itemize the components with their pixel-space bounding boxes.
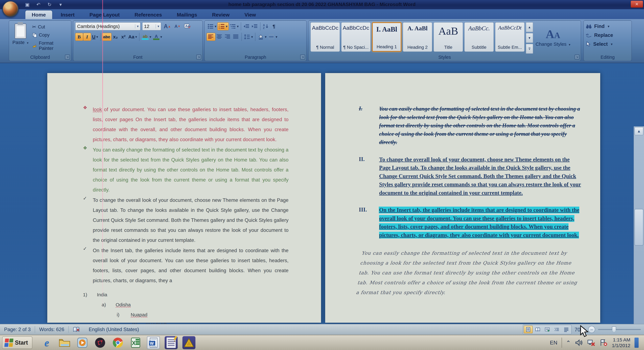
- change-styles-button[interactable]: AA Change Styles ▾: [533, 22, 573, 54]
- document-page-3[interactable]: I. You can easily change the formatting …: [325, 73, 600, 323]
- excel-icon[interactable]: X: [129, 336, 142, 349]
- font-size-combo[interactable]: 12 ▾: [142, 22, 161, 31]
- style-heading2[interactable]: A. AaBl Heading 2: [403, 22, 432, 52]
- style-no-spacing[interactable]: AaBbCcDc ¶ No Spaci...: [341, 22, 371, 52]
- vertical-scrollbar[interactable]: ▲ ▼: [634, 126, 644, 350]
- print-layout-view-button[interactable]: [524, 326, 533, 333]
- font-name-combo[interactable]: Cambria (Headings) ▾: [75, 22, 140, 31]
- font-size-value: 12: [144, 24, 156, 29]
- section-one: I. You can easily change the formatting …: [359, 105, 581, 146]
- tab-mailings[interactable]: Mailings: [170, 11, 204, 19]
- tab-references[interactable]: References: [128, 11, 168, 19]
- bullets-button[interactable]: ▾: [206, 22, 217, 30]
- kmplayer-icon[interactable]: [94, 336, 106, 349]
- warning-app-icon[interactable]: [182, 336, 196, 349]
- tab-review[interactable]: Review: [206, 11, 236, 19]
- outline-view-button[interactable]: [552, 326, 561, 333]
- styles-gallery-expand[interactable]: ⊽: [526, 44, 533, 54]
- zoom-slider[interactable]: [598, 329, 641, 330]
- zoom-slider-thumb[interactable]: [612, 326, 616, 332]
- language-indicator[interactable]: English (United States): [84, 324, 143, 335]
- replace-button[interactable]: ab Replace: [586, 32, 630, 38]
- start-button[interactable]: Start: [2, 336, 32, 349]
- media-player-icon[interactable]: [76, 336, 89, 349]
- text-highlight-button[interactable]: ab ▾: [141, 33, 152, 41]
- clipboard-dialog-launcher[interactable]: ⇲: [65, 55, 70, 59]
- draft-view-button[interactable]: [562, 326, 571, 333]
- full-screen-reading-view-button[interactable]: [533, 326, 542, 333]
- paragraph-dialog-launcher[interactable]: ⇲: [300, 55, 305, 59]
- page-indicator[interactable]: Page: 2 of 3: [0, 324, 35, 335]
- copy-icon: [32, 33, 37, 38]
- scrollbar-thumb[interactable]: [634, 209, 643, 246]
- multilevel-list-button[interactable]: ▾: [229, 22, 240, 30]
- strikethrough-button[interactable]: abc: [102, 33, 112, 41]
- styles-dialog-launcher[interactable]: ⇲: [575, 55, 580, 59]
- undo-button[interactable]: ↶: [35, 1, 42, 8]
- subscript-button[interactable]: x₂: [112, 33, 120, 41]
- align-right-button[interactable]: [224, 33, 232, 41]
- file-explorer-icon[interactable]: [58, 336, 71, 349]
- redo-button[interactable]: ↻: [46, 1, 53, 8]
- style-normal[interactable]: AaBbCcDc ¶ Normal: [310, 22, 340, 52]
- sort-icon: AZ: [263, 24, 269, 29]
- decrease-indent-button[interactable]: [242, 22, 250, 30]
- change-case-button[interactable]: Aa▾: [127, 33, 138, 41]
- save-button[interactable]: ▣: [24, 1, 31, 8]
- align-left-button[interactable]: [206, 33, 216, 41]
- font-color-button[interactable]: A ▾: [152, 33, 163, 41]
- word-count[interactable]: Words: 626: [35, 324, 68, 335]
- show-desktop-button[interactable]: [634, 338, 638, 348]
- network-disconnected-icon[interactable]: [587, 339, 595, 346]
- select-button[interactable]: Select ▾: [586, 41, 630, 47]
- copy-button[interactable]: Copy: [32, 32, 69, 38]
- styles-scroll-down[interactable]: ▼: [526, 33, 533, 43]
- action-center-flag-icon[interactable]: [600, 339, 608, 346]
- tray-expand-chevron[interactable]: ⌃: [566, 339, 571, 346]
- sort-button[interactable]: AZ: [262, 22, 270, 30]
- qat-more-button[interactable]: ▾: [57, 1, 64, 8]
- paste-button[interactable]: Paste ▾: [11, 22, 30, 52]
- internet-explorer-icon[interactable]: e: [40, 336, 53, 349]
- tab-page-layout[interactable]: Page Layout: [83, 11, 126, 19]
- bold-button[interactable]: B: [75, 33, 83, 41]
- chrome-icon[interactable]: [111, 336, 124, 349]
- proofing-status[interactable]: [69, 324, 84, 335]
- close-button[interactable]: ✕: [631, 1, 643, 8]
- line-spacing-button[interactable]: ▾: [243, 33, 254, 41]
- tab-home[interactable]: Home: [26, 11, 52, 19]
- clear-formatting-button[interactable]: Aa: [183, 22, 192, 30]
- borders-button[interactable]: ▾: [268, 33, 278, 41]
- shading-button[interactable]: ▾: [257, 33, 268, 41]
- justify-button[interactable]: [232, 33, 240, 41]
- italic-button[interactable]: I: [83, 33, 91, 41]
- tab-insert[interactable]: Insert: [54, 11, 81, 19]
- cut-button[interactable]: ✂ Cut: [32, 24, 69, 30]
- underline-button[interactable]: U▾: [91, 33, 99, 41]
- style-title[interactable]: AaB Title: [434, 22, 463, 52]
- styles-scroll-up[interactable]: ▲: [526, 22, 533, 32]
- web-layout-view-button[interactable]: [543, 326, 552, 333]
- style-heading1[interactable]: I. AaBl Heading 1: [372, 22, 402, 52]
- show-hide-formatting-button[interactable]: ¶: [270, 22, 278, 30]
- language-bar[interactable]: EN: [550, 339, 557, 346]
- shrink-font-button[interactable]: A▼: [174, 22, 182, 30]
- notes-app-icon[interactable]: [165, 336, 178, 349]
- align-center-button[interactable]: [216, 33, 224, 41]
- find-button[interactable]: Find ▾: [586, 24, 630, 29]
- increase-indent-button[interactable]: [250, 22, 259, 30]
- office-button[interactable]: [2, 1, 19, 17]
- format-painter-button[interactable]: Format Painter: [32, 41, 69, 51]
- numbering-button[interactable]: 123 ▾: [217, 22, 229, 30]
- superscript-button[interactable]: x²: [120, 33, 127, 41]
- clock[interactable]: 1:15 AM 1/1/2012: [612, 337, 630, 348]
- volume-icon[interactable]: [575, 339, 583, 346]
- document-page-2[interactable]: ❖ look of your document. You can use the…: [47, 73, 321, 323]
- grow-font-button[interactable]: A▲: [163, 22, 172, 30]
- tab-view[interactable]: View: [238, 11, 262, 19]
- scroll-up-button[interactable]: ▲: [634, 127, 643, 135]
- style-subtle-emphasis[interactable]: AaBbCcDt Subtle Em...: [495, 22, 524, 52]
- word-taskbar-button[interactable]: W: [147, 336, 160, 349]
- font-dialog-launcher[interactable]: ⇲: [196, 55, 201, 59]
- style-subtitle[interactable]: AaBbCc. Subtitle: [464, 22, 494, 52]
